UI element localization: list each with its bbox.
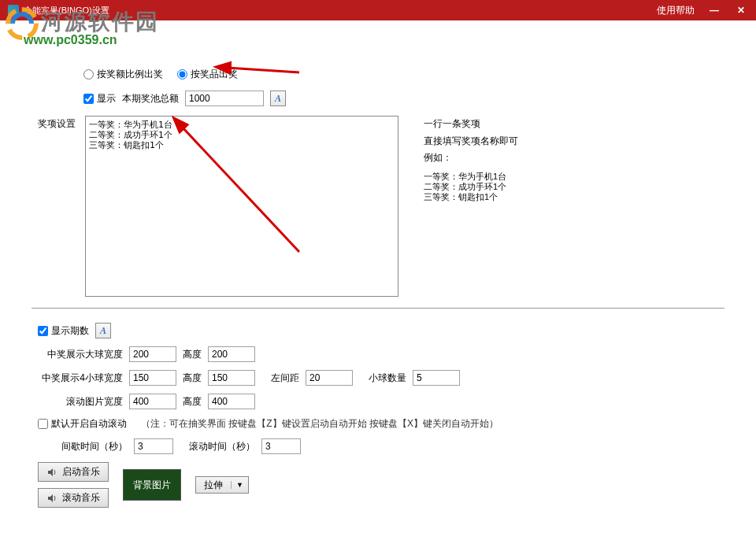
small-ball-height-label: 高度 [183,372,202,385]
show-period-label: 显示期数 [51,324,89,338]
scroll-img-height-input[interactable] [208,394,255,409]
pool-row: 显示 本期奖池总额 A [83,91,724,106]
small-ball-row: 中奖展示4小球宽度 高度 左间距 小球数量 [38,370,724,386]
small-ball-count-input[interactable] [413,370,460,386]
prize-help-line1: 一行一条奖项 [424,116,518,133]
radio-by-prize-label: 按奖品出奖 [191,68,238,81]
small-ball-width-label: 中奖展示4小球宽度 [38,372,123,385]
auto-scroll-checkbox-input[interactable] [38,419,48,429]
divider [32,308,724,309]
radio-by-ratio[interactable]: 按奖额比例出奖 [83,68,163,81]
prize-help-example-label: 例如： [424,150,518,167]
mode-row: 按奖额比例出奖 按奖品出奖 [83,68,724,81]
close-button[interactable]: ✕ [734,5,748,16]
small-ball-height-input[interactable] [208,370,255,386]
start-music-label: 启动音乐 [62,465,100,479]
pool-total-label: 本期奖池总额 [122,92,179,105]
show-pool-label: 显示 [97,92,116,105]
big-ball-row: 中奖展示大球宽度 高度 [38,346,724,362]
stretch-combo[interactable]: 拉伸 ▼ [195,476,249,494]
interval-input[interactable] [134,438,173,454]
big-ball-width-input[interactable] [129,346,176,362]
prize-help: 一行一条奖项 直接填写奖项名称即可 例如： 一等奖：华为手机1台 二等奖：成功手… [424,116,518,202]
show-pool-checkbox-input[interactable] [83,94,94,104]
watermark-logo-icon [3,6,41,41]
auto-scroll-note: （注：可在抽奖界面 按键盘【Z】键设置启动自动开始 按键盘【X】键关闭自动开始） [141,417,498,431]
radio-by-prize[interactable]: 按奖品出奖 [177,68,238,81]
duration-label: 滚动时间（秒） [189,440,255,453]
scroll-music-label: 滚动音乐 [62,491,100,505]
timing-row: 间歇时间（秒） 滚动时间（秒） [61,438,724,454]
start-music-button[interactable]: 启动音乐 [38,462,109,482]
scroll-music-button[interactable]: 滚动音乐 [38,488,109,508]
chevron-down-icon: ▼ [231,481,248,489]
bg-image-button[interactable]: 背景图片 [123,469,181,501]
scroll-img-width-label: 滚动图片宽度 [38,395,123,409]
prize-help-example: 一等奖：华为手机1台 二等奖：成功手环1个 三等奖：钥匙扣1个 [424,172,518,203]
pool-total-input[interactable] [185,91,264,106]
radio-by-ratio-input[interactable] [83,69,94,80]
stretch-combo-label: 拉伸 [196,479,231,492]
radio-by-ratio-label: 按奖额比例出奖 [97,68,163,81]
scroll-img-row: 滚动图片宽度 高度 [38,394,724,409]
speaker-icon [46,467,57,478]
small-ball-width-input[interactable] [129,370,176,386]
auto-scroll-checkbox[interactable]: 默认开启自动滚动 [38,417,127,431]
period-row: 显示期数 A [38,323,724,338]
scroll-img-width-input[interactable] [129,394,176,409]
help-link[interactable]: 使用帮助 [657,4,695,17]
prize-textarea[interactable]: 一等奖：华为手机1台 二等奖：成功手环1个 三等奖：钥匙扣1个 [85,116,398,297]
prize-config-label: 奖项设置 [32,116,76,131]
show-period-checkbox-input[interactable] [38,326,48,336]
font-icon-period[interactable]: A [95,323,111,338]
auto-scroll-row: 默认开启自动滚动 （注：可在抽奖界面 按键盘【Z】键设置启动自动开始 按键盘【X… [38,417,724,431]
big-ball-width-label: 中奖展示大球宽度 [38,348,123,361]
duration-input[interactable] [261,438,301,454]
prize-section: 奖项设置 一等奖：华为手机1台 二等奖：成功手环1个 三等奖：钥匙扣1个 一行一… [32,116,724,297]
font-icon-pool[interactable]: A [270,91,286,106]
auto-scroll-label: 默认开启自动滚动 [51,417,127,431]
show-pool-checkbox[interactable]: 显示 [83,92,116,105]
watermark-brand: 河源软件园 [41,7,159,37]
show-period-checkbox[interactable]: 显示期数 [38,324,89,338]
small-ball-gap-label: 左间距 [271,372,299,385]
big-ball-height-label: 高度 [183,348,202,361]
bottom-buttons: 启动音乐 滚动音乐 背景图片 拉伸 ▼ [38,462,724,508]
small-ball-gap-input[interactable] [306,370,353,386]
radio-by-prize-input[interactable] [177,69,187,80]
small-ball-count-label: 小球数量 [369,372,406,385]
speaker-icon-2 [46,493,57,504]
prize-help-line2: 直接填写奖项名称即可 [424,133,518,150]
bg-image-label: 背景图片 [133,479,171,492]
scroll-img-height-label: 高度 [183,395,202,409]
minimize-button[interactable]: — [707,5,721,16]
watermark: 河源软件园 [3,6,159,43]
big-ball-height-input[interactable] [208,346,255,362]
interval-label: 间歇时间（秒） [61,440,128,453]
